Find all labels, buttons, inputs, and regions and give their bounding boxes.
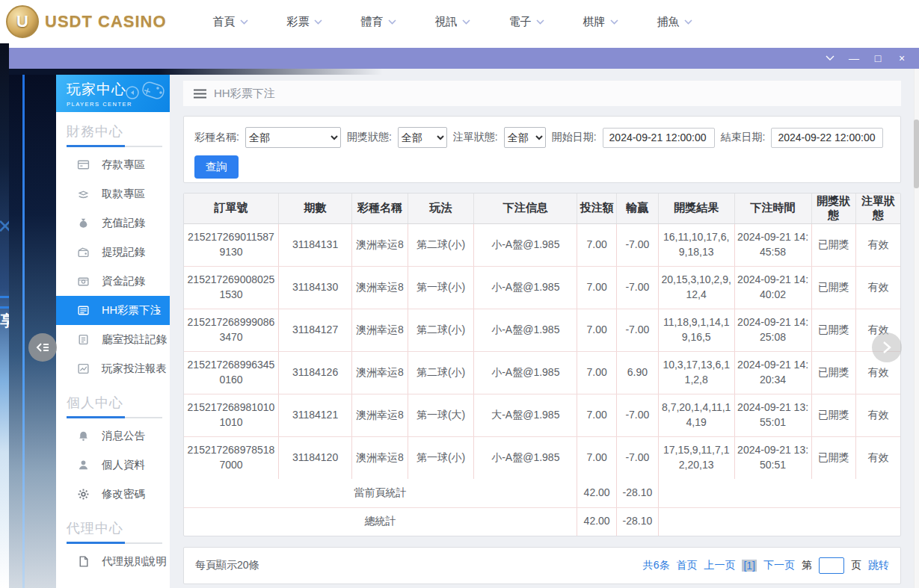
table-cell: 已開獎 xyxy=(811,436,855,479)
nav-label: 棋牌 xyxy=(583,15,606,29)
nav-item-lottery[interactable]: 彩票 xyxy=(287,15,322,29)
sidebar-item-agent-rules[interactable]: 代理規則說明 xyxy=(56,547,170,576)
nav-item-home[interactable]: 首頁 xyxy=(213,15,248,29)
prev-page-link[interactable]: 上一页 xyxy=(704,559,735,572)
end-date-input[interactable] xyxy=(771,128,883,148)
table-cell: 2152172690115879130 xyxy=(184,223,278,266)
lottery-name-select[interactable]: 全部 xyxy=(245,127,341,148)
draw-status-select[interactable]: 全部 xyxy=(398,127,447,148)
end-date-label: 結束日期: xyxy=(721,131,766,144)
sidebar-item-change-password[interactable]: 修改密碼 xyxy=(56,480,170,509)
sidebar-section-finance: 財務中心 xyxy=(67,123,170,147)
table-cell: 第一球(大) xyxy=(408,394,474,436)
chevron-down-icon xyxy=(314,19,322,25)
site-top-nav: U USDT CASINO 首頁 彩票 體育 視訊 電子 棋牌 捕魚 xyxy=(0,0,919,43)
first-page-link[interactable]: 首页 xyxy=(676,559,697,572)
table-cell: 有效 xyxy=(855,266,900,309)
table-cell: 小-A盤@1.985 xyxy=(474,436,577,479)
deposit-icon xyxy=(77,158,90,171)
scroll-next-button[interactable] xyxy=(872,332,902,362)
sidebar-item-hh-lottery-bets[interactable]: HH彩票下注 › xyxy=(56,296,170,325)
summary-row-grand-total: 總統計 42.00 -28.10 xyxy=(184,507,900,536)
pagination-bar: 每頁顯示20條 共6条 首页 上一页 [1] 下一页 第 页 跳转 xyxy=(183,547,901,584)
table-cell: 大-A盤@1.985 xyxy=(474,394,577,436)
query-button[interactable]: 查詢 xyxy=(194,155,239,179)
table-cell: 有效 xyxy=(855,436,900,479)
table-cell: 17,15,9,11,7,12,20,13 xyxy=(658,436,734,479)
sidebar-item-label: 代理規則說明 xyxy=(102,554,167,569)
jump-button[interactable]: 跳转 xyxy=(868,559,889,572)
chevron-down-icon xyxy=(462,19,470,25)
table-cell: 已開獎 xyxy=(811,266,855,309)
jump-prefix-label: 第 xyxy=(802,559,812,572)
start-date-label: 開始日期: xyxy=(552,131,597,144)
sidebar-item-deposit[interactable]: 存款專區 xyxy=(56,150,170,179)
column-header: 玩法 xyxy=(408,194,474,223)
table-cell: 7.00 xyxy=(577,351,617,394)
vertical-scrollbar[interactable] xyxy=(914,69,919,588)
summary-label: 當前頁統計 xyxy=(184,479,577,507)
next-page-link[interactable]: 下一页 xyxy=(763,559,795,572)
sidebar-item-recharge-record[interactable]: 充值記錄 xyxy=(56,208,170,238)
nav-item-slots[interactable]: 電子 xyxy=(509,15,544,29)
table-cell: 第一球(小) xyxy=(408,266,474,309)
table-cell: 已開獎 xyxy=(811,394,855,436)
summary-label: 總統計 xyxy=(184,507,577,536)
nav-label: 彩票 xyxy=(287,15,310,29)
table-cell: 2024-09-21 14:45:58 xyxy=(734,223,811,266)
order-status-select[interactable]: 全部 xyxy=(504,127,546,148)
sidebar-item-room-bet-records[interactable]: 廳室投註記錄 xyxy=(56,325,170,354)
table-row: 215217268996345016031184126澳洲幸运8第二球(小)小-… xyxy=(184,351,900,394)
hamburger-icon[interactable] xyxy=(194,89,206,99)
sidebar-item-label: 存款專區 xyxy=(102,158,145,172)
sidebar-item-funds-record[interactable]: 資金記錄 xyxy=(56,267,170,296)
window-maximize-button[interactable]: □ xyxy=(870,51,886,66)
window-minimize-button[interactable]: — xyxy=(846,51,862,66)
nav-item-cards[interactable]: 棋牌 xyxy=(583,15,618,29)
table-header-row: 訂單號期數彩種名稱玩法下注信息投注額輸贏開獎結果下注時間開獎狀態注單狀態 xyxy=(184,194,900,223)
column-header: 開獎狀態 xyxy=(811,194,855,223)
bets-table-panel: 訂單號期數彩種名稱玩法下注信息投注額輸贏開獎結果下注時間開獎狀態注單狀態 215… xyxy=(183,193,901,536)
chevron-down-icon xyxy=(240,19,248,25)
table-cell: 2152172689785187000 xyxy=(184,436,278,479)
window-dropdown-button[interactable] xyxy=(822,51,838,66)
sidebar-section-agent: 代理中心 xyxy=(67,519,170,544)
chevron-right-icon xyxy=(882,340,892,355)
current-page-indicator[interactable]: [1] xyxy=(742,560,757,572)
section-divider xyxy=(67,542,162,544)
window-close-button[interactable]: × xyxy=(894,51,910,66)
site-logo[interactable]: U USDT CASINO xyxy=(6,5,167,38)
background-pattern: ✕ xyxy=(0,215,9,238)
sidebar-item-withdraw[interactable]: 取款專區 xyxy=(56,179,170,208)
column-header: 彩種名稱 xyxy=(352,194,408,223)
sidebar-collapse-button[interactable] xyxy=(28,333,57,362)
jump-suffix-label: 页 xyxy=(851,559,861,572)
order-status-label: 注單狀態: xyxy=(453,131,498,144)
table-cell: 2024-09-21 13:50:51 xyxy=(734,436,811,479)
jump-page-input[interactable] xyxy=(819,557,844,574)
nav-item-video[interactable]: 視訊 xyxy=(435,15,470,29)
table-cell: 8,7,20,1,4,11,14,19 xyxy=(658,394,734,436)
section-title: 代理中心 xyxy=(67,519,170,537)
table-cell: 31184121 xyxy=(278,394,351,436)
sidebar-item-announcements[interactable]: 消息公告 xyxy=(56,421,170,451)
start-date-input[interactable] xyxy=(603,128,715,148)
table-cell: 第二球(小) xyxy=(408,223,474,266)
table-cell: 澳洲幸运8 xyxy=(352,394,408,436)
sidebar-item-player-bet-report[interactable]: 玩家投注報表 xyxy=(56,354,170,383)
table-cell: 7.00 xyxy=(577,266,617,309)
column-header: 訂單號 xyxy=(184,194,278,223)
column-header: 下注信息 xyxy=(474,194,577,223)
nav-item-sports[interactable]: 體育 xyxy=(361,15,396,29)
nav-item-fishing[interactable]: 捕魚 xyxy=(657,15,692,29)
scrollbar-thumb[interactable] xyxy=(914,120,919,188)
section-title: 個人中心 xyxy=(67,394,170,412)
table-cell: 澳洲幸运8 xyxy=(352,351,408,394)
table-cell: -7.00 xyxy=(617,309,659,351)
table-row: 215217268999086347031184127澳洲幸运8第二球(小)小-… xyxy=(184,309,900,351)
table-cell: -7.00 xyxy=(617,394,659,436)
page-size-text: 每頁顯示20條 xyxy=(195,559,259,572)
sidebar-item-label: 充值記錄 xyxy=(102,216,145,230)
sidebar-item-profile[interactable]: 個人資料 xyxy=(56,451,170,480)
sidebar-item-cashout-record[interactable]: 提現記錄 xyxy=(56,238,170,267)
